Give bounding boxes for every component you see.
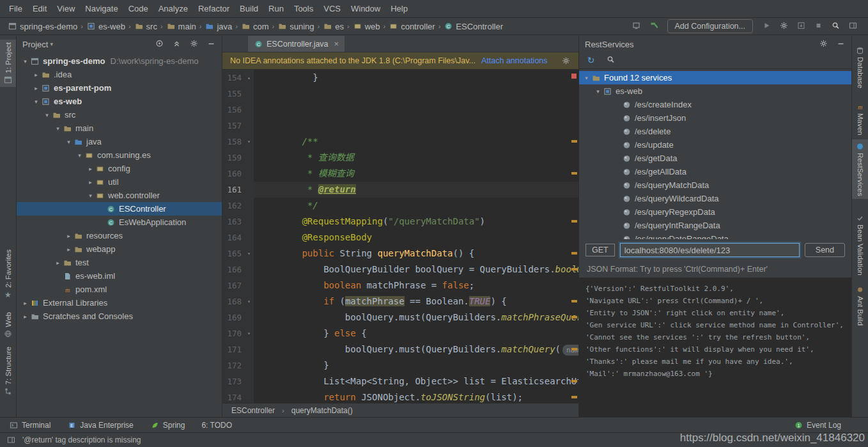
- tree-toggle-icon[interactable]: ▾: [20, 58, 30, 65]
- code-text[interactable]: boolQuery.must(QueryBuilders.matchQuery(…: [254, 341, 578, 357]
- tab-close-icon[interactable]: ×: [334, 39, 339, 49]
- tree-toggle-icon[interactable]: ▸: [20, 300, 30, 306]
- code-text[interactable]: @RequestMapping("/queryMatchData"): [254, 214, 578, 230]
- warning-stripe-mark[interactable]: [571, 252, 577, 255]
- warning-stripe-mark[interactable]: [571, 396, 577, 398]
- tree-toggle-icon[interactable]: ▾: [75, 152, 84, 159]
- tool-window-switcher-icon[interactable]: [6, 436, 16, 444]
- code-text[interactable]: boolean matchPhrase = false;: [254, 278, 578, 294]
- rest-root-found-services[interactable]: ▾Found 12 services: [579, 71, 851, 84]
- code-text[interactable]: [254, 86, 578, 102]
- tree-toggle-icon[interactable]: ▸: [31, 72, 41, 78]
- fold-toggle-icon[interactable]: ▾: [244, 246, 254, 262]
- service-item-es-update[interactable]: /es/update: [579, 138, 851, 152]
- tree-toggle-icon[interactable]: ▾: [64, 139, 74, 145]
- menu-item-navigate[interactable]: Navigate: [80, 3, 123, 15]
- warning-stripe-mark[interactable]: [571, 316, 577, 318]
- code-text[interactable]: public String queryMatchData() {: [254, 246, 578, 262]
- code-text[interactable]: return JSONObject.toJSONString(list);: [254, 389, 578, 403]
- event-log-button[interactable]: 1 Event Log: [794, 421, 841, 430]
- menu-item-file[interactable]: File: [4, 3, 27, 15]
- breadcrumb-item-es-web[interactable]: es-web: [85, 22, 127, 31]
- request-url-input[interactable]: [620, 243, 800, 257]
- tree-toggle-icon[interactable]: ▸: [64, 246, 74, 253]
- tree-item-src[interactable]: ▾src: [17, 108, 222, 122]
- tool-window-button-terminal[interactable]: Terminal: [9, 421, 50, 430]
- code-text[interactable]: }: [254, 70, 578, 86]
- code-text[interactable]: * @return: [254, 182, 578, 198]
- send-button[interactable]: Send: [805, 243, 845, 257]
- menu-item-edit[interactable]: Edit: [27, 3, 52, 15]
- service-item-es-insertjson[interactable]: /es/insertJson: [579, 111, 851, 125]
- tree-item-config[interactable]: ▸config: [17, 162, 222, 175]
- menu-item-vcs[interactable]: VCS: [318, 3, 346, 15]
- tool-windows-button[interactable]: [848, 21, 858, 31]
- warning-stripe-mark[interactable]: [571, 140, 577, 143]
- code-text[interactable]: List<Map<String, Object>> list = Elastic…: [254, 373, 578, 389]
- code-text[interactable]: */: [254, 198, 578, 214]
- breadcrumb-item-escontroller[interactable]: CESController: [442, 22, 504, 31]
- collapse-all-button[interactable]: [172, 39, 182, 49]
- warning-stripe-mark[interactable]: [571, 348, 577, 350]
- stripe-button-ant-build[interactable]: Ant Build: [852, 283, 868, 328]
- code-text[interactable]: boolQuery.must(QueryBuilders.matchPhrase…: [254, 310, 578, 325]
- menu-item-tools[interactable]: Tools: [289, 3, 318, 15]
- breadcrumb-item-main[interactable]: main: [165, 22, 198, 31]
- refresh-button[interactable]: ↻: [586, 56, 596, 65]
- code-text[interactable]: if (matchPhrase == Boolean.TRUE) {: [254, 294, 578, 310]
- menu-item-refactor[interactable]: Refactor: [193, 3, 235, 15]
- breadcrumb-item-suning[interactable]: suning: [276, 22, 315, 31]
- breadcrumb-item-src[interactable]: src: [133, 22, 159, 31]
- locate-button[interactable]: [155, 39, 164, 49]
- editor-tab[interactable]: C ESController.java ×: [248, 36, 345, 52]
- breadcrumb-item-spring-es-demo[interactable]: spring-es-demo: [6, 22, 79, 31]
- code-text[interactable]: [254, 118, 578, 134]
- tree-item-test[interactable]: ▸test: [17, 256, 222, 269]
- service-item-es-queryregexpdata[interactable]: /es/queryRegexpData: [579, 205, 851, 219]
- attach-annotations-link[interactable]: Attach annotations: [481, 56, 548, 65]
- warning-stripe-mark[interactable]: [571, 220, 577, 223]
- request-body-editor[interactable]: {'Version':' RestfulToolkit 2.0.9','Navi…: [579, 278, 851, 417]
- menu-item-run[interactable]: Run: [263, 3, 289, 15]
- tree-toggle-icon[interactable]: ▸: [86, 166, 95, 172]
- menu-item-build[interactable]: Build: [235, 3, 263, 15]
- tree-toggle-icon[interactable]: ▸: [31, 85, 41, 91]
- tree-toggle-icon[interactable]: ▸: [53, 260, 63, 266]
- warning-stripe-mark[interactable]: [571, 172, 577, 175]
- service-item-es-querydaterangedata[interactable]: /es/queryDateRangeData: [579, 232, 851, 239]
- tree-item-main[interactable]: ▾main: [17, 122, 222, 135]
- code-text[interactable]: /**: [254, 134, 578, 150]
- banner-settings-icon[interactable]: [561, 57, 571, 65]
- tree-toggle-icon[interactable]: ▾: [582, 75, 591, 81]
- tree-toggle-icon[interactable]: ▾: [53, 125, 63, 132]
- tree-item-external-libraries[interactable]: ▸External Libraries: [17, 296, 222, 310]
- rest-module-es-web[interactable]: ▾es-web: [579, 84, 851, 98]
- updates-button[interactable]: [796, 21, 806, 31]
- service-item-es-getalldata[interactable]: /es/getAllData: [579, 165, 851, 178]
- stripe-button-restservices[interactable]: RestServices: [852, 139, 868, 199]
- code-text[interactable]: @ResponseBody: [254, 230, 578, 246]
- breadcrumb-item-java[interactable]: java: [203, 22, 233, 31]
- warning-stripe-mark[interactable]: [571, 300, 577, 302]
- tree-item-es-web-iml[interactable]: es-web.iml: [17, 269, 222, 283]
- hide-button[interactable]: [836, 39, 846, 49]
- code-text[interactable]: }: [254, 357, 578, 373]
- hide-button[interactable]: [206, 39, 216, 49]
- breadcrumb-item-es[interactable]: es: [322, 22, 345, 31]
- service-item-es-createindex[interactable]: /es/createIndex: [579, 98, 851, 111]
- code-text[interactable]: [254, 102, 578, 118]
- tree-item-es-parent-pom[interactable]: ▸es-parent-pom: [17, 81, 222, 95]
- stripe-button-database[interactable]: Database: [852, 43, 868, 91]
- fold-toggle-icon[interactable]: ▾: [244, 134, 254, 150]
- service-item-es-queryintrangedata[interactable]: /es/queryIntRangeData: [579, 219, 851, 232]
- code-text[interactable]: * 模糊查询: [254, 166, 578, 182]
- settings-button[interactable]: [819, 39, 828, 49]
- tree-item-eswebapplication[interactable]: CEsWebApplication: [17, 216, 222, 229]
- warning-stripe-mark[interactable]: [571, 268, 577, 271]
- tree-item-util[interactable]: ▸util: [17, 175, 222, 189]
- tree-toggle-icon[interactable]: ▾: [42, 112, 52, 118]
- tree-item-pom-xml[interactable]: mpom.xml: [17, 283, 222, 296]
- tree-item-java[interactable]: ▾java: [17, 135, 222, 148]
- code-text[interactable]: } else {: [254, 325, 578, 341]
- service-item-es-querymatchdata[interactable]: /es/queryMatchData: [579, 178, 851, 192]
